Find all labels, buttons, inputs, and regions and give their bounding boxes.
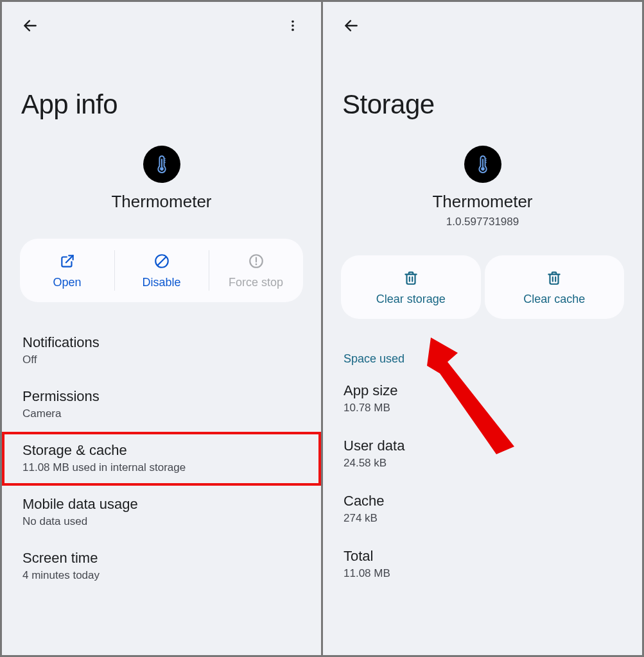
stat-title: Cache — [344, 493, 622, 509]
item-title: Notifications — [22, 334, 300, 351]
item-sub: Camera — [22, 407, 300, 420]
mobile-data-item[interactable]: Mobile data usage No data used — [2, 486, 321, 540]
cache-item: Cache 274 kB — [323, 481, 642, 536]
item-title: Screen time — [22, 550, 300, 567]
stat-title: App size — [344, 382, 622, 399]
stats-list: App size 10.78 MB User data 24.58 kB Cac… — [323, 371, 642, 592]
space-used-label: Space used — [323, 327, 642, 371]
stat-title: Total — [344, 548, 622, 565]
storage-cache-item[interactable]: Storage & cache 11.08 MB used in interna… — [2, 432, 321, 486]
disable-label: Disable — [142, 276, 180, 289]
app-name: Thermometer — [111, 192, 211, 212]
storage-action-row: Clear storage Clear cache — [341, 255, 624, 319]
app-name: Thermometer — [432, 192, 532, 212]
open-icon — [59, 253, 76, 269]
app-size-item: App size 10.78 MB — [323, 371, 642, 426]
disable-button[interactable]: Disable — [114, 239, 209, 302]
trash-icon — [546, 269, 562, 286]
clear-cache-button[interactable]: Clear cache — [485, 255, 625, 319]
thermometer-icon — [472, 153, 494, 175]
page-title: App info — [2, 42, 321, 146]
item-sub: No data used — [22, 515, 300, 528]
topbar — [2, 2, 321, 42]
stat-value: 274 kB — [344, 512, 622, 525]
app-version: 1.0.597731989 — [446, 216, 519, 228]
clear-storage-label: Clear storage — [376, 293, 446, 306]
back-button[interactable] — [338, 13, 364, 38]
settings-list: Notifications Off Permissions Camera Sto… — [2, 310, 321, 593]
svg-point-13 — [481, 167, 485, 171]
svg-point-12 — [255, 264, 257, 266]
arrow-left-icon — [343, 17, 360, 34]
app-info-pane: App info Thermometer Open — [2, 2, 321, 655]
clear-storage-button[interactable]: Clear storage — [341, 255, 481, 319]
force-stop-label: Force stop — [229, 276, 283, 289]
app-icon — [464, 146, 501, 183]
stat-value: 24.58 kB — [344, 457, 622, 470]
item-title: Permissions — [22, 388, 300, 405]
force-stop-button: Force stop — [209, 239, 303, 302]
page-title: Storage — [323, 42, 642, 146]
permissions-item[interactable]: Permissions Camera — [2, 378, 321, 432]
storage-pane: Storage Thermometer 1.0.597731989 Clear … — [323, 2, 642, 655]
trash-icon — [403, 269, 419, 286]
svg-point-0 — [292, 21, 294, 23]
stat-title: User data — [344, 438, 622, 454]
item-sub: 4 minutes today — [22, 569, 300, 582]
topbar — [323, 2, 642, 42]
app-header: Thermometer 1.0.597731989 — [323, 146, 642, 235]
overflow-menu-button[interactable] — [280, 13, 306, 38]
stat-value: 10.78 MB — [344, 402, 622, 414]
item-title: Mobile data usage — [22, 496, 300, 513]
svg-point-2 — [292, 29, 294, 31]
thermometer-icon — [151, 153, 173, 175]
item-sub: 11.08 MB used in internal storage — [22, 461, 300, 474]
open-button[interactable]: Open — [20, 239, 114, 302]
force-stop-icon — [248, 253, 265, 269]
notifications-item[interactable]: Notifications Off — [2, 324, 321, 378]
app-header: Thermometer — [2, 146, 321, 218]
svg-point-1 — [292, 24, 294, 27]
more-vert-icon — [286, 19, 300, 33]
svg-line-9 — [157, 257, 166, 266]
action-row: Open Disable Force stop — [20, 239, 303, 302]
arrow-left-icon — [22, 17, 39, 34]
disable-icon — [153, 253, 170, 269]
item-sub: Off — [22, 354, 300, 366]
back-button[interactable] — [17, 13, 43, 38]
app-icon — [143, 146, 180, 183]
open-label: Open — [53, 276, 81, 289]
clear-cache-label: Clear cache — [523, 293, 585, 306]
svg-point-3 — [160, 167, 164, 171]
screen-time-item[interactable]: Screen time 4 minutes today — [2, 540, 321, 593]
user-data-item: User data 24.58 kB — [323, 426, 642, 481]
item-title: Storage & cache — [22, 442, 300, 459]
stat-value: 11.08 MB — [344, 567, 622, 580]
total-item: Total 11.08 MB — [323, 536, 642, 592]
